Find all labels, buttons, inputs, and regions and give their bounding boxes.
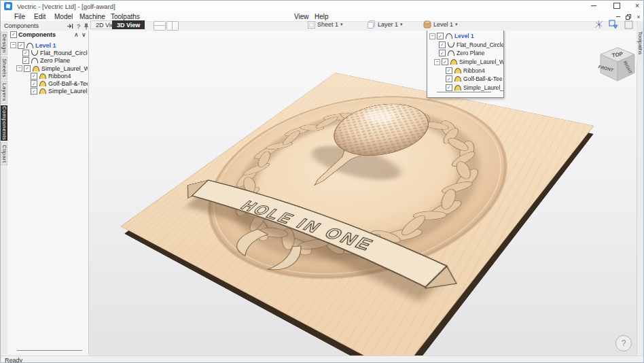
menu-view[interactable]: View: [294, 13, 309, 20]
tree-row-zero-plane[interactable]: ✓ Zero Plane: [7, 57, 88, 65]
visibility-checkbox[interactable]: ✓: [22, 50, 29, 56]
tree-item-label[interactable]: Ribbon4: [48, 73, 71, 80]
opacity-slider[interactable]: [437, 92, 491, 92]
menu-file[interactable]: File: [14, 13, 25, 20]
panel-help-button[interactable]: ?: [75, 22, 82, 30]
visibility-checkbox[interactable]: ✓: [22, 57, 29, 64]
component-icon: [454, 68, 461, 73]
carving-board: HOLE IN ONE: [120, 73, 594, 356]
group-icon: [450, 59, 457, 65]
visibility-checkbox[interactable]: ✓: [446, 84, 452, 91]
components-visibility-checkbox[interactable]: ✓: [10, 31, 17, 38]
view-cube[interactable]: TOP FRONT RIGHT: [596, 46, 637, 85]
tree-item-label[interactable]: Level 1: [454, 33, 474, 39]
tree-row-flat-round-circle[interactable]: ✓ Flat_Round_Circle: [427, 41, 503, 50]
status-bar: Ready: [1, 356, 644, 363]
tree-row-zero-plane[interactable]: ✓ Zero Plane: [427, 49, 503, 58]
menu-machine[interactable]: Machine: [79, 13, 105, 20]
visibility-checkbox[interactable]: ✓: [446, 75, 452, 82]
tab-toolpaths[interactable]: Toolpaths: [637, 24, 644, 62]
snap-grid-icon[interactable]: [622, 18, 634, 31]
tree-item-label[interactable]: Golf-Ball-&-Tee: [463, 75, 503, 82]
tree-item-label[interactable]: Ribbon4: [463, 67, 485, 74]
minimize-button[interactable]: [585, 1, 603, 11]
tree-row-level1[interactable]: − ✓ Level 1: [7, 41, 88, 49]
tree-item-label[interactable]: Flat_Round_Circle: [457, 41, 503, 48]
tree-item-label[interactable]: Simple_Laurel_Wreath: [48, 88, 88, 94]
visibility-checkbox[interactable]: ✓: [446, 67, 452, 74]
tree-item-label[interactable]: Level 1: [35, 42, 56, 49]
tree-row-laurel-wreath[interactable]: ✓ Simple_Laurel_Wreath: [7, 88, 88, 95]
model-3d-viewport[interactable]: HOLE IN ONE − ✓ Level 1: [89, 31, 637, 356]
tree-row-ribbon4[interactable]: ✓ Ribbon4: [427, 66, 503, 75]
visibility-checkbox[interactable]: ✓: [439, 50, 446, 56]
visibility-checkbox[interactable]: ✓: [31, 80, 37, 87]
level-icon: [446, 33, 452, 39]
tab-layers[interactable]: Layers: [1, 81, 7, 104]
help-button[interactable]: ?: [615, 335, 632, 351]
tab-3d-view[interactable]: 3D View: [112, 20, 145, 29]
component-icon: [448, 50, 454, 56]
tab-components[interactable]: Components: [1, 105, 7, 141]
component-icon: [39, 73, 46, 79]
split-horizontal-icon[interactable]: [154, 21, 166, 31]
maximize-button[interactable]: [608, 1, 626, 11]
visibility-checkbox[interactable]: ✓: [31, 73, 37, 80]
sheet-dropdown[interactable]: Sheet 1 ▾: [308, 20, 343, 29]
menu-toolpaths[interactable]: Toolpaths: [111, 13, 140, 20]
visibility-checkbox[interactable]: ✓: [439, 41, 446, 48]
split-vertical-icon[interactable]: [166, 21, 179, 31]
visibility-checkbox[interactable]: ✓: [24, 65, 31, 72]
carving-artwork: HOLE IN ONE: [120, 73, 594, 356]
snap-geometry-icon[interactable]: [607, 18, 620, 31]
component-icon: [39, 88, 46, 94]
pin-icon[interactable]: [82, 22, 90, 30]
move-up-button[interactable]: ∧: [74, 31, 79, 38]
menu-model[interactable]: Model: [54, 13, 73, 20]
tree-row-wreath-group[interactable]: − ✓ Simple_Laurel_Wreath - Gro: [7, 65, 88, 72]
component-icon: [31, 58, 38, 63]
tree-row-golf-ball[interactable]: ✓ Golf-Ball-&-Tee: [7, 80, 88, 87]
tree-item-label[interactable]: Zero Plane: [457, 50, 485, 56]
tree-item-label[interactable]: Golf-Ball-&-Tee: [48, 80, 88, 87]
tree-item-label[interactable]: Simple_Laurel_Wreath - Gro: [459, 58, 503, 65]
tree-item-label[interactable]: Zero Plane: [40, 57, 70, 64]
collapse-toggle[interactable]: −: [429, 33, 435, 39]
close-button[interactable]: ×: [628, 1, 644, 11]
level-icon: [423, 20, 431, 29]
dock-panel-icon[interactable]: [66, 22, 73, 30]
component-icon: [448, 42, 454, 48]
component-tree: − ✓ Level 1 ✓ Flat_Round_Circle ✓ Zero P…: [7, 41, 88, 95]
mdi-close-button[interactable]: ×: [634, 13, 643, 20]
move-down-button[interactable]: ∨: [82, 31, 86, 38]
tree-row-level1[interactable]: − ✓ Level 1: [427, 32, 503, 41]
tree-row-laurel-wreath[interactable]: ✓ Simple_Laurel_Wreath: [427, 84, 503, 92]
layer-dropdown[interactable]: Layer 1 ▾: [368, 20, 403, 29]
menu-edit[interactable]: Edit: [34, 13, 46, 20]
tree-row-wreath-group[interactable]: − ✓ Simple_Laurel_Wreath - Gro: [427, 58, 503, 67]
level-dropdown[interactable]: Level 1 ▾: [423, 20, 458, 29]
component-icon: [454, 85, 461, 90]
group-icon: [33, 66, 39, 71]
tree-row-golf-ball[interactable]: ✓ Golf-Ball-&-Tee: [427, 75, 503, 84]
snap-lines-icon[interactable]: [593, 18, 605, 31]
tab-design[interactable]: Design: [1, 32, 7, 55]
components-header-row: ✓ Components ∧ ∨: [7, 31, 90, 38]
floating-component-tree[interactable]: − ✓ Level 1 ✓ Flat_Round_Circle ✓ Zero P…: [427, 31, 504, 98]
tree-row-flat-round-circle[interactable]: ✓ Flat_Round_Circle: [7, 49, 88, 56]
visibility-checkbox[interactable]: ✓: [18, 42, 24, 49]
tree-row-ribbon4[interactable]: ✓ Ribbon4: [7, 72, 88, 80]
collapse-toggle[interactable]: −: [434, 59, 440, 65]
visibility-checkbox[interactable]: ✓: [442, 58, 448, 65]
collapse-toggle[interactable]: −: [10, 42, 16, 48]
tab-clipart[interactable]: Clipart: [1, 142, 7, 165]
collapse-toggle[interactable]: −: [16, 65, 22, 71]
panel-resize-slider[interactable]: [17, 350, 82, 351]
level-label: Level 1: [433, 21, 453, 28]
tab-sheets[interactable]: Sheets: [1, 56, 7, 80]
visibility-checkbox[interactable]: ✓: [437, 33, 444, 39]
tree-item-label[interactable]: Simple_Laurel_Wreath - Gro: [41, 65, 88, 72]
tree-item-label[interactable]: Simple_Laurel_Wreath: [463, 84, 503, 91]
tree-item-label[interactable]: Flat_Round_Circle: [40, 50, 88, 56]
visibility-checkbox[interactable]: ✓: [31, 88, 37, 94]
